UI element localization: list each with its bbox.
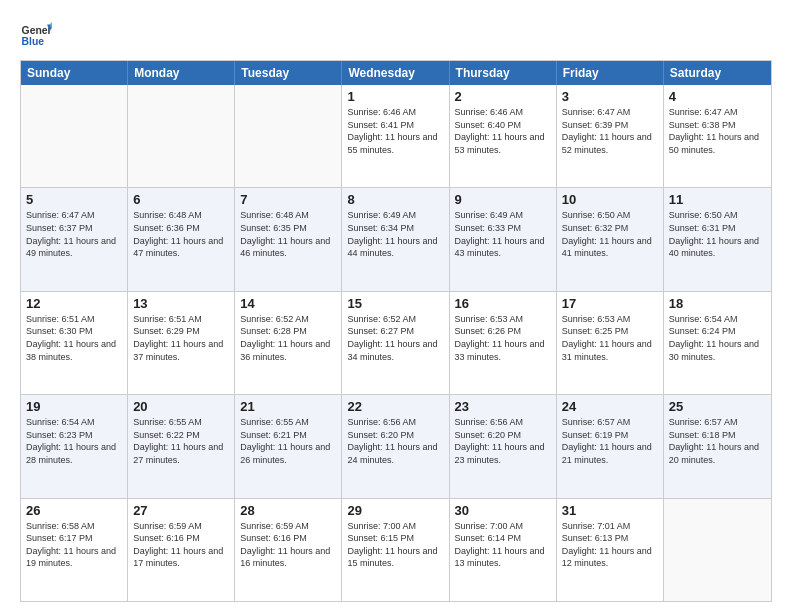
day-number: 28 (240, 503, 336, 518)
calendar-cell-27: 27Sunrise: 6:59 AMSunset: 6:16 PMDayligh… (128, 499, 235, 601)
svg-text:Blue: Blue (22, 36, 45, 47)
header-day-sunday: Sunday (21, 61, 128, 85)
logo-icon: General Blue (20, 18, 52, 50)
cell-info: Sunrise: 6:46 AMSunset: 6:40 PMDaylight:… (455, 106, 551, 156)
logo: General Blue (20, 18, 52, 50)
calendar-cell-18: 18Sunrise: 6:54 AMSunset: 6:24 PMDayligh… (664, 292, 771, 394)
calendar-cell-23: 23Sunrise: 6:56 AMSunset: 6:20 PMDayligh… (450, 395, 557, 497)
calendar-cell-2: 2Sunrise: 6:46 AMSunset: 6:40 PMDaylight… (450, 85, 557, 187)
day-number: 26 (26, 503, 122, 518)
calendar-cell-20: 20Sunrise: 6:55 AMSunset: 6:22 PMDayligh… (128, 395, 235, 497)
cell-info: Sunrise: 6:55 AMSunset: 6:22 PMDaylight:… (133, 416, 229, 466)
cell-info: Sunrise: 6:56 AMSunset: 6:20 PMDaylight:… (455, 416, 551, 466)
day-number: 9 (455, 192, 551, 207)
cell-info: Sunrise: 6:48 AMSunset: 6:35 PMDaylight:… (240, 209, 336, 259)
page: General Blue SundayMondayTuesdayWednesda… (0, 0, 792, 612)
cell-info: Sunrise: 6:57 AMSunset: 6:18 PMDaylight:… (669, 416, 766, 466)
calendar-cell-5: 5Sunrise: 6:47 AMSunset: 6:37 PMDaylight… (21, 188, 128, 290)
calendar-cell-25: 25Sunrise: 6:57 AMSunset: 6:18 PMDayligh… (664, 395, 771, 497)
calendar-cell-empty-4-6 (664, 499, 771, 601)
calendar-row-1: 1Sunrise: 6:46 AMSunset: 6:41 PMDaylight… (21, 85, 771, 188)
calendar-cell-empty-0-2 (235, 85, 342, 187)
day-number: 23 (455, 399, 551, 414)
calendar-cell-14: 14Sunrise: 6:52 AMSunset: 6:28 PMDayligh… (235, 292, 342, 394)
header-day-monday: Monday (128, 61, 235, 85)
day-number: 17 (562, 296, 658, 311)
cell-info: Sunrise: 6:50 AMSunset: 6:31 PMDaylight:… (669, 209, 766, 259)
cell-info: Sunrise: 6:52 AMSunset: 6:28 PMDaylight:… (240, 313, 336, 363)
calendar-cell-17: 17Sunrise: 6:53 AMSunset: 6:25 PMDayligh… (557, 292, 664, 394)
cell-info: Sunrise: 6:55 AMSunset: 6:21 PMDaylight:… (240, 416, 336, 466)
cell-info: Sunrise: 6:47 AMSunset: 6:39 PMDaylight:… (562, 106, 658, 156)
day-number: 29 (347, 503, 443, 518)
day-number: 18 (669, 296, 766, 311)
cell-info: Sunrise: 7:00 AMSunset: 6:15 PMDaylight:… (347, 520, 443, 570)
day-number: 4 (669, 89, 766, 104)
day-number: 19 (26, 399, 122, 414)
header: General Blue (20, 18, 772, 50)
calendar-row-4: 19Sunrise: 6:54 AMSunset: 6:23 PMDayligh… (21, 395, 771, 498)
calendar-cell-26: 26Sunrise: 6:58 AMSunset: 6:17 PMDayligh… (21, 499, 128, 601)
calendar-cell-8: 8Sunrise: 6:49 AMSunset: 6:34 PMDaylight… (342, 188, 449, 290)
cell-info: Sunrise: 6:51 AMSunset: 6:29 PMDaylight:… (133, 313, 229, 363)
day-number: 5 (26, 192, 122, 207)
day-number: 27 (133, 503, 229, 518)
cell-info: Sunrise: 6:57 AMSunset: 6:19 PMDaylight:… (562, 416, 658, 466)
calendar-cell-empty-0-0 (21, 85, 128, 187)
cell-info: Sunrise: 6:49 AMSunset: 6:33 PMDaylight:… (455, 209, 551, 259)
calendar-cell-28: 28Sunrise: 6:59 AMSunset: 6:16 PMDayligh… (235, 499, 342, 601)
cell-info: Sunrise: 6:49 AMSunset: 6:34 PMDaylight:… (347, 209, 443, 259)
header-day-thursday: Thursday (450, 61, 557, 85)
calendar-cell-12: 12Sunrise: 6:51 AMSunset: 6:30 PMDayligh… (21, 292, 128, 394)
day-number: 16 (455, 296, 551, 311)
calendar-cell-22: 22Sunrise: 6:56 AMSunset: 6:20 PMDayligh… (342, 395, 449, 497)
calendar-cell-9: 9Sunrise: 6:49 AMSunset: 6:33 PMDaylight… (450, 188, 557, 290)
header-day-wednesday: Wednesday (342, 61, 449, 85)
calendar-cell-7: 7Sunrise: 6:48 AMSunset: 6:35 PMDaylight… (235, 188, 342, 290)
calendar-row-5: 26Sunrise: 6:58 AMSunset: 6:17 PMDayligh… (21, 499, 771, 601)
cell-info: Sunrise: 6:51 AMSunset: 6:30 PMDaylight:… (26, 313, 122, 363)
cell-info: Sunrise: 6:54 AMSunset: 6:24 PMDaylight:… (669, 313, 766, 363)
day-number: 25 (669, 399, 766, 414)
cell-info: Sunrise: 6:59 AMSunset: 6:16 PMDaylight:… (240, 520, 336, 570)
day-number: 22 (347, 399, 443, 414)
calendar-cell-3: 3Sunrise: 6:47 AMSunset: 6:39 PMDaylight… (557, 85, 664, 187)
day-number: 31 (562, 503, 658, 518)
day-number: 20 (133, 399, 229, 414)
cell-info: Sunrise: 6:50 AMSunset: 6:32 PMDaylight:… (562, 209, 658, 259)
header-day-saturday: Saturday (664, 61, 771, 85)
day-number: 11 (669, 192, 766, 207)
calendar-cell-15: 15Sunrise: 6:52 AMSunset: 6:27 PMDayligh… (342, 292, 449, 394)
calendar-cell-31: 31Sunrise: 7:01 AMSunset: 6:13 PMDayligh… (557, 499, 664, 601)
calendar-cell-6: 6Sunrise: 6:48 AMSunset: 6:36 PMDaylight… (128, 188, 235, 290)
calendar-cell-19: 19Sunrise: 6:54 AMSunset: 6:23 PMDayligh… (21, 395, 128, 497)
cell-info: Sunrise: 7:00 AMSunset: 6:14 PMDaylight:… (455, 520, 551, 570)
calendar-cell-1: 1Sunrise: 6:46 AMSunset: 6:41 PMDaylight… (342, 85, 449, 187)
header-day-friday: Friday (557, 61, 664, 85)
day-number: 30 (455, 503, 551, 518)
calendar-cell-4: 4Sunrise: 6:47 AMSunset: 6:38 PMDaylight… (664, 85, 771, 187)
cell-info: Sunrise: 6:47 AMSunset: 6:37 PMDaylight:… (26, 209, 122, 259)
cell-info: Sunrise: 6:54 AMSunset: 6:23 PMDaylight:… (26, 416, 122, 466)
calendar-cell-30: 30Sunrise: 7:00 AMSunset: 6:14 PMDayligh… (450, 499, 557, 601)
calendar-cell-11: 11Sunrise: 6:50 AMSunset: 6:31 PMDayligh… (664, 188, 771, 290)
day-number: 21 (240, 399, 336, 414)
day-number: 10 (562, 192, 658, 207)
calendar-body: 1Sunrise: 6:46 AMSunset: 6:41 PMDaylight… (21, 85, 771, 601)
calendar-cell-21: 21Sunrise: 6:55 AMSunset: 6:21 PMDayligh… (235, 395, 342, 497)
cell-info: Sunrise: 6:47 AMSunset: 6:38 PMDaylight:… (669, 106, 766, 156)
day-number: 24 (562, 399, 658, 414)
day-number: 2 (455, 89, 551, 104)
day-number: 15 (347, 296, 443, 311)
calendar-row-2: 5Sunrise: 6:47 AMSunset: 6:37 PMDaylight… (21, 188, 771, 291)
day-number: 1 (347, 89, 443, 104)
day-number: 13 (133, 296, 229, 311)
calendar: SundayMondayTuesdayWednesdayThursdayFrid… (20, 60, 772, 602)
header-day-tuesday: Tuesday (235, 61, 342, 85)
calendar-header: SundayMondayTuesdayWednesdayThursdayFrid… (21, 61, 771, 85)
day-number: 14 (240, 296, 336, 311)
cell-info: Sunrise: 6:48 AMSunset: 6:36 PMDaylight:… (133, 209, 229, 259)
calendar-cell-10: 10Sunrise: 6:50 AMSunset: 6:32 PMDayligh… (557, 188, 664, 290)
svg-text:General: General (22, 25, 52, 36)
cell-info: Sunrise: 6:56 AMSunset: 6:20 PMDaylight:… (347, 416, 443, 466)
